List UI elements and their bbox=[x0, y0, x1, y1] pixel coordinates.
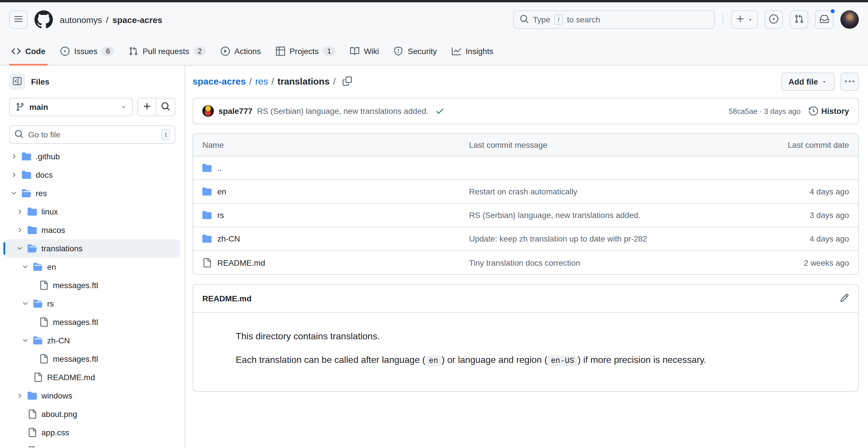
row-commit-message[interactable]: RS (Serbian) language, new translations … bbox=[469, 210, 746, 220]
pr-icon bbox=[129, 46, 138, 56]
tree-item-translations[interactable]: translations bbox=[5, 239, 180, 258]
file-icon bbox=[202, 258, 212, 267]
commit-author-avatar[interactable] bbox=[202, 105, 214, 117]
file-name-link[interactable]: rs bbox=[217, 210, 224, 220]
tree-item-linux[interactable]: linux bbox=[5, 203, 180, 221]
tree-item-windows[interactable]: windows bbox=[5, 386, 180, 405]
tab-insights[interactable]: Insights bbox=[446, 37, 499, 65]
search-icon bbox=[520, 14, 529, 25]
file-name-link[interactable]: .. bbox=[217, 163, 222, 173]
pull-requests-dashboard-button[interactable] bbox=[790, 10, 808, 29]
tab-label: Insights bbox=[466, 46, 494, 56]
file-row-..[interactable]: .. bbox=[193, 156, 858, 180]
kebab-horizontal-icon bbox=[845, 77, 854, 86]
branch-selector[interactable]: main bbox=[9, 98, 133, 116]
add-file-button[interactable]: Add file bbox=[781, 72, 835, 91]
commit-author-link[interactable]: spale777 bbox=[218, 107, 252, 116]
breadcrumb-owner-link[interactable]: autonomys bbox=[60, 15, 102, 25]
row-commit-message[interactable]: Tiny translation docs correction bbox=[469, 258, 746, 267]
tree-item-label: messages.ftl bbox=[53, 281, 98, 290]
more-options-button[interactable] bbox=[840, 72, 859, 91]
chevron-down-icon[interactable] bbox=[22, 300, 29, 307]
file-icon bbox=[39, 281, 48, 290]
tree-item-rs[interactable]: rs bbox=[5, 294, 180, 313]
chevron-right-icon[interactable] bbox=[10, 153, 17, 160]
commit-message-link[interactable]: RS (Serbian) language, new translations … bbox=[257, 107, 428, 116]
chevron-right-icon[interactable] bbox=[10, 171, 17, 178]
edit-readme-button[interactable] bbox=[840, 293, 849, 304]
tree-item-en[interactable]: en bbox=[5, 258, 180, 276]
tree-item-label: messages.ftl bbox=[53, 354, 98, 363]
github-logo-icon[interactable] bbox=[34, 10, 53, 29]
folder-icon bbox=[28, 226, 37, 235]
column-name: Name bbox=[202, 140, 469, 150]
tab-wiki[interactable]: Wiki bbox=[344, 37, 385, 65]
latest-commit-bar: spale777 RS (Serbian) language, new tran… bbox=[192, 98, 859, 124]
tree-item-res[interactable]: res bbox=[5, 184, 180, 203]
file-row-en[interactable]: enRestart on crash automatically4 days a… bbox=[193, 180, 858, 204]
chevron-right-icon[interactable] bbox=[16, 208, 23, 215]
history-button[interactable]: History bbox=[809, 107, 849, 116]
file-name-link[interactable]: README.md bbox=[217, 258, 265, 267]
user-avatar[interactable] bbox=[840, 10, 859, 29]
search-this-repo-button[interactable] bbox=[156, 98, 175, 116]
file-name-link[interactable]: zh-CN bbox=[217, 234, 240, 243]
tree-item-messages.ftl[interactable]: messages.ftl bbox=[5, 313, 180, 331]
tab-issues[interactable]: Issues6 bbox=[55, 37, 120, 65]
slash-key-hint: / bbox=[554, 14, 563, 25]
tree-item-icon.png[interactable]: icon.png bbox=[5, 442, 180, 447]
chevron-right-icon[interactable] bbox=[16, 392, 23, 399]
tree-item-macos[interactable]: macos bbox=[5, 221, 180, 239]
tree-item-app.css[interactable]: app.css bbox=[5, 423, 180, 442]
go-to-file-input[interactable]: Go to file t bbox=[9, 125, 175, 144]
tree-item-messages.ftl[interactable]: messages.ftl bbox=[5, 276, 180, 294]
chevron-down-icon[interactable] bbox=[16, 245, 23, 252]
chevron-right-icon[interactable] bbox=[16, 227, 23, 234]
new-file-button[interactable] bbox=[138, 98, 156, 116]
hamburger-icon bbox=[14, 14, 23, 25]
copy-path-button[interactable] bbox=[343, 76, 352, 87]
inline-code: en-US bbox=[548, 355, 578, 366]
path-repo-link[interactable]: space-acres bbox=[192, 77, 246, 87]
file-icon bbox=[28, 428, 37, 437]
file-row-rs[interactable]: rsRS (Serbian) language, new translation… bbox=[193, 204, 858, 227]
tree-item-docs[interactable]: docs bbox=[5, 166, 180, 184]
folder-icon bbox=[202, 234, 212, 243]
breadcrumb-separator: / bbox=[106, 15, 108, 25]
commit-sha-and-time[interactable]: 58ca5ae · 3 days ago bbox=[728, 107, 801, 115]
path-res-link[interactable]: res bbox=[255, 77, 268, 87]
chevron-down-icon[interactable] bbox=[10, 190, 17, 197]
chevron-down-icon[interactable] bbox=[22, 337, 29, 344]
repo-nav-tabs: CodeIssues6Pull requests2ActionsProjects… bbox=[0, 37, 868, 65]
row-commit-message[interactable]: Restart on crash automatically bbox=[469, 187, 746, 196]
chevron-down-icon[interactable] bbox=[22, 263, 29, 270]
tab-code[interactable]: Code bbox=[6, 37, 51, 65]
branch-row: main bbox=[0, 98, 185, 116]
code-icon bbox=[11, 46, 21, 56]
tab-label: Projects bbox=[289, 46, 318, 56]
issues-dashboard-button[interactable] bbox=[765, 10, 783, 29]
tree-item-zh-cn[interactable]: zh-CN bbox=[5, 331, 180, 350]
file-row-README.md[interactable]: README.mdTiny translation docs correctio… bbox=[193, 251, 858, 274]
tab-actions[interactable]: Actions bbox=[215, 37, 267, 65]
tab-pull-requests[interactable]: Pull requests2 bbox=[123, 37, 211, 65]
folder-icon bbox=[202, 163, 212, 173]
global-search-input[interactable]: Type / to search bbox=[513, 10, 715, 29]
tree-item-readme.md[interactable]: README.md bbox=[5, 368, 180, 386]
graph-icon bbox=[452, 46, 461, 56]
file-row-zh-CN[interactable]: zh-CNUpdate: keep zh translation up to d… bbox=[193, 227, 858, 251]
history-label: History bbox=[822, 107, 849, 116]
row-commit-message[interactable]: Update: keep zh translation up to date w… bbox=[469, 234, 746, 243]
breadcrumb-repo-link[interactable]: space-acres bbox=[113, 15, 162, 25]
collapse-file-tree-button[interactable] bbox=[9, 73, 25, 90]
readme-paragraph: This directory contains translations. bbox=[236, 329, 840, 344]
tab-security[interactable]: Security bbox=[388, 37, 443, 65]
tree-item-about.png[interactable]: about.png bbox=[5, 405, 180, 423]
tree-item-messages.ftl[interactable]: messages.ftl bbox=[5, 350, 180, 368]
tree-item-.github[interactable]: .github bbox=[5, 147, 180, 166]
create-new-button[interactable] bbox=[731, 10, 757, 29]
tab-projects[interactable]: Projects1 bbox=[270, 37, 341, 65]
commit-status-check-icon[interactable] bbox=[435, 107, 445, 116]
hamburger-menu-button[interactable] bbox=[9, 10, 28, 29]
file-name-link[interactable]: en bbox=[217, 187, 226, 196]
